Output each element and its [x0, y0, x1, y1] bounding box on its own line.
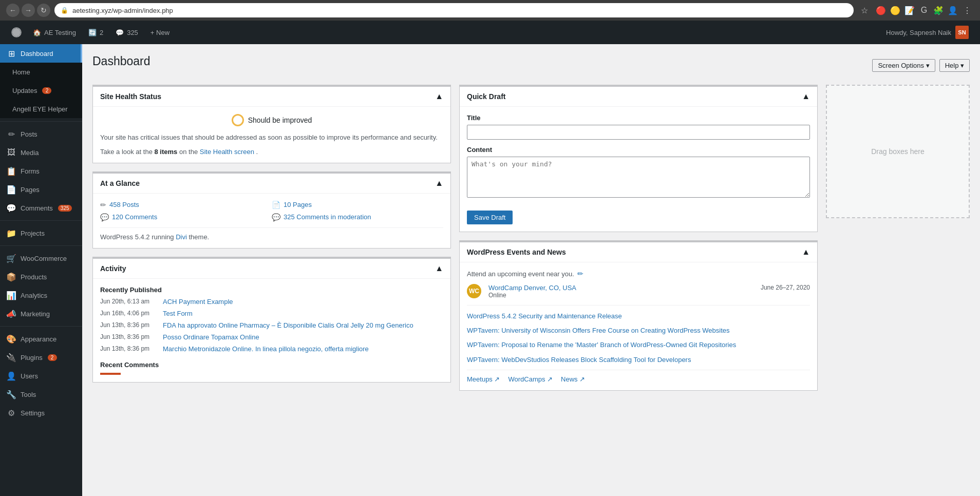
theme-link[interactable]: Divi: [176, 233, 187, 241]
site-health-screen-link[interactable]: Site Health screen: [200, 148, 254, 156]
bookmark-button[interactable]: ☆: [858, 4, 871, 17]
activity-item-link[interactable]: Marchio Metronidazole Online. In linea p…: [163, 345, 369, 353]
sidebar-item-comments[interactable]: 💬 Comments 325: [0, 199, 82, 217]
admin-bar-right: Howdy, Sapnesh Naik SN: [881, 26, 974, 39]
comments-nav-icon: 💬: [6, 203, 16, 213]
save-draft-button[interactable]: Save Draft: [467, 211, 513, 224]
list-item[interactable]: WPTavern: University of Wisconsin Offers…: [467, 326, 810, 335]
at-glance-toggle[interactable]: ▲: [435, 179, 443, 188]
pages-icon: 📄: [6, 185, 16, 195]
list-item[interactable]: WordPress 5.4.2 Security and Maintenance…: [467, 312, 810, 321]
sidebar-label-projects: Projects: [21, 230, 45, 237]
wordcamps-link[interactable]: WordCamps ↗: [508, 375, 553, 383]
at-glance-footer: WordPress 5.4.2 running Divi theme.: [100, 227, 443, 241]
wp-events-header: WordPress Events and News ▲: [460, 242, 817, 262]
refresh-button[interactable]: ↻: [37, 4, 50, 17]
title-input[interactable]: [467, 125, 810, 140]
sidebar-item-analytics[interactable]: 📊 Analytics: [0, 286, 82, 304]
screen-options-button[interactable]: Screen Options ▾: [872, 59, 935, 72]
pages-glance-icon: 📄: [272, 201, 280, 209]
sidebar-item-home[interactable]: Home: [0, 63, 82, 81]
site-health-toggle[interactable]: ▲: [435, 92, 443, 101]
sidebar-item-settings[interactable]: ⚙ Settings: [0, 404, 82, 422]
address-bar[interactable]: 🔒 aetesting.xyz/wp-admin/index.php: [54, 3, 854, 17]
admin-bar-comments[interactable]: 💬 325: [109, 21, 144, 44]
comments-mod-glance-link[interactable]: 325 Comments in moderation: [284, 213, 371, 221]
activity-item-link[interactable]: ACH Payment Example: [163, 298, 233, 306]
sidebar-item-media[interactable]: 🖼 Media: [0, 143, 82, 162]
sidebar-item-pages[interactable]: 📄 Pages: [0, 180, 82, 199]
back-button[interactable]: ←: [6, 4, 20, 17]
items-text-pre: Take a look at the: [100, 148, 153, 156]
event-name-link[interactable]: WordCamp Denver, CO, USA: [488, 284, 576, 292]
items-count: 8 items: [155, 148, 178, 156]
sidebar-item-dashboard[interactable]: ⊞ Dashboard: [0, 44, 82, 63]
sidebar-item-posts[interactable]: ✏ Posts: [0, 125, 82, 143]
content-textarea[interactable]: [467, 157, 810, 198]
sidebar-label-dashboard: Dashboard: [21, 50, 53, 58]
admin-bar-updates[interactable]: 🔄 2: [82, 21, 109, 44]
comments-glance-link[interactable]: 120 Comments: [112, 213, 157, 221]
at-glance-widget: At a Glance ▲ ✏ 458 Posts 📄: [92, 171, 451, 249]
ext-icon-4[interactable]: G: [917, 4, 931, 17]
activity-item-link[interactable]: Test Form: [163, 310, 193, 317]
news-link[interactable]: News ↗: [561, 375, 585, 383]
browser-chrome: ← → ↻ 🔒 aetesting.xyz/wp-admin/index.php…: [0, 0, 980, 21]
sidebar-item-plugins[interactable]: 🔌 Plugins 2: [0, 348, 82, 367]
quick-draft-toggle[interactable]: ▲: [802, 92, 810, 101]
projects-icon: 📁: [6, 228, 16, 238]
ext-icon-5[interactable]: 🧩: [932, 4, 945, 17]
help-button[interactable]: Help ▾: [939, 59, 970, 72]
list-item: Jun 20th, 6:13 am ACH Payment Example: [100, 298, 443, 306]
meetups-link[interactable]: Meetups ↗: [467, 375, 500, 383]
content-form-group: Content: [467, 146, 810, 199]
browser-actions: ☆ 🔴 🟡 📝 G 🧩 👤 ⋮: [858, 4, 974, 17]
activity-item-link[interactable]: FDA ha approvato Online Pharmacy – È Dis…: [163, 321, 413, 329]
edit-location-icon[interactable]: ✏: [577, 270, 583, 278]
activity-item-date: Jun 16th, 4:06 pm: [100, 310, 157, 317]
wp-events-toggle[interactable]: ▲: [802, 247, 810, 257]
list-item[interactable]: WPTavern: WebDevStudios Releases Block S…: [467, 355, 810, 365]
site-health-header: Site Health Status ▲: [93, 87, 450, 107]
posts-glance-link[interactable]: 458 Posts: [109, 201, 139, 208]
sidebar-item-products[interactable]: 📦 Products: [0, 268, 82, 286]
action-bar: Screen Options ▾ Help ▾: [872, 59, 970, 72]
activity-toggle[interactable]: ▲: [435, 264, 443, 273]
pages-glance-link[interactable]: 10 Pages: [284, 201, 312, 208]
sidebar-item-tools[interactable]: 🔧 Tools: [0, 385, 82, 404]
title-form-group: Title: [467, 114, 810, 140]
sidebar-item-angell[interactable]: Angell EYE Helper: [0, 100, 82, 118]
ext-icon-6[interactable]: 👤: [946, 4, 959, 17]
forms-icon: 📋: [6, 166, 16, 176]
menu-button[interactable]: ⋮: [960, 4, 974, 17]
sidebar-item-appearance[interactable]: 🎨 Appearance: [0, 330, 82, 348]
ext-icon-2[interactable]: 🟡: [889, 4, 902, 17]
sidebar-item-users[interactable]: 👤 Users: [0, 367, 82, 385]
sidebar-item-forms[interactable]: 📋 Forms: [0, 162, 82, 180]
lock-icon: 🔒: [61, 7, 68, 14]
sidebar-label-appearance: Appearance: [21, 335, 56, 343]
comments-icon: 💬: [116, 29, 124, 36]
sidebar-item-updates[interactable]: Updates 2: [0, 81, 82, 100]
admin-bar-site[interactable]: 🏠 AE Testing: [27, 21, 82, 44]
attend-label: Attend an upcoming event near you.: [467, 270, 574, 278]
ext-icon-1[interactable]: 🔴: [874, 4, 888, 17]
analytics-icon: 📊: [6, 291, 16, 300]
event-logo: WC: [467, 284, 481, 298]
sidebar-menu: ⊞ Dashboard Home Updates 2 Angell EYE He…: [0, 44, 82, 422]
list-item[interactable]: WPTavern: Proposal to Rename the 'Master…: [467, 340, 810, 350]
admin-bar-new[interactable]: + New: [144, 21, 176, 44]
updates-badge: 2: [42, 87, 51, 94]
forward-button[interactable]: →: [22, 4, 35, 17]
items-text-post: .: [256, 148, 258, 156]
sidebar-item-woocommerce[interactable]: 🛒 WooCommerce: [0, 249, 82, 268]
sidebar-label-woocommerce: WooCommerce: [21, 255, 67, 262]
ext-icons: 🔴 🟡 📝 G 🧩 👤 ⋮: [874, 4, 974, 17]
wp-logo[interactable]: [6, 21, 27, 44]
sidebar-item-projects[interactable]: 📁 Projects: [0, 224, 82, 242]
admin-bar-howdy[interactable]: Howdy, Sapnesh Naik SN: [881, 26, 974, 39]
activity-item-link[interactable]: Posso Ordinare Topamax Online: [163, 333, 259, 341]
ext-icon-3[interactable]: 📝: [903, 4, 916, 17]
sidebar-item-marketing[interactable]: 📣 Marketing: [0, 304, 82, 323]
woocommerce-icon: 🛒: [6, 254, 16, 263]
